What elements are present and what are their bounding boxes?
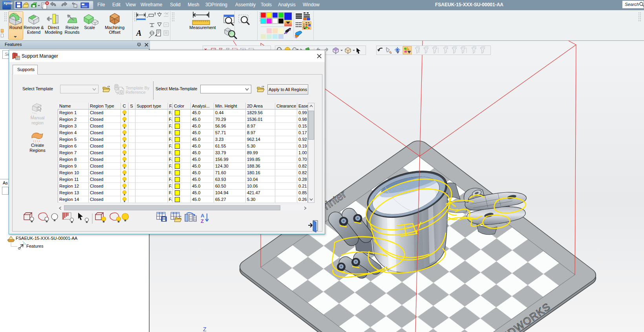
svg-text:Z: Z xyxy=(201,218,204,224)
svg-text:Z: Z xyxy=(203,326,207,332)
svg-text:A: A xyxy=(201,213,205,219)
svg-text:A: A xyxy=(135,29,141,37)
